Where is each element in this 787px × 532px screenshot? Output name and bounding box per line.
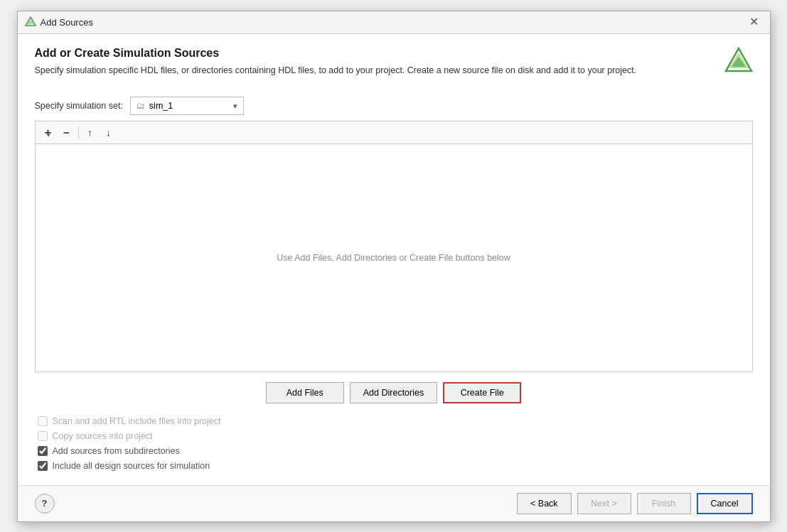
sim-set-value: sim_1 xyxy=(149,101,229,111)
add-subdirs-label: Add sources from subdirectories xyxy=(53,446,180,456)
option-row-2: Copy sources into project xyxy=(38,431,753,441)
sim-set-dropdown[interactable]: 🗂 sim_1 ▾ xyxy=(130,97,244,115)
file-list-area: Use Add Files, Add Directories or Create… xyxy=(35,143,753,371)
vivado-logo xyxy=(724,47,753,75)
back-button[interactable]: < Back xyxy=(517,493,572,514)
dropdown-arrow-icon: ▾ xyxy=(233,102,237,111)
dialog-description: Specify simulation specific HDL files, o… xyxy=(35,64,713,77)
folder-icon: 🗂 xyxy=(136,101,145,111)
add-files-button[interactable]: Add Files xyxy=(266,382,344,403)
cancel-button[interactable]: Cancel xyxy=(697,493,753,514)
dialog-title: Add Sources xyxy=(41,17,93,28)
options-section: Scan and add RTL include files into proj… xyxy=(38,416,753,471)
option-row-3: Add sources from subdirectories xyxy=(38,446,753,456)
file-toolbar: + ▾ − ↑ ↓ xyxy=(35,121,753,143)
remove-button[interactable]: − xyxy=(58,124,75,141)
scan-rtl-label: Scan and add RTL include files into proj… xyxy=(53,416,221,426)
footer-left: ? xyxy=(35,494,55,514)
move-down-button[interactable]: ↓ xyxy=(100,124,117,141)
toolbar-separator xyxy=(78,126,79,139)
include-design-sources-checkbox[interactable] xyxy=(38,461,48,471)
copy-sources-label: Copy sources into project xyxy=(53,431,153,441)
copy-sources-checkbox[interactable] xyxy=(38,431,48,441)
action-buttons-row: Add Files Add Directories Create File xyxy=(35,382,753,403)
help-button[interactable]: ? xyxy=(35,494,55,514)
sim-set-label: Specify simulation set: xyxy=(35,101,123,111)
close-button[interactable]: ✕ xyxy=(745,15,763,29)
option-row-1: Scan and add RTL include files into proj… xyxy=(38,416,753,426)
include-design-sources-label: Include all design sources for simulatio… xyxy=(53,461,210,471)
footer-right: < Back Next > Finish Cancel xyxy=(517,493,752,514)
vivado-title-icon xyxy=(25,16,36,28)
dialog-main-title: Add or Create Simulation Sources xyxy=(35,47,713,60)
dialog-header: Add or Create Simulation Sources Specify… xyxy=(35,47,753,77)
footer-bar: ? < Back Next > Finish Cancel xyxy=(18,485,770,521)
finish-button[interactable]: Finish xyxy=(637,493,691,514)
add-sources-dialog: Add Sources ✕ Add or Create Simulation S… xyxy=(17,11,771,522)
scan-rtl-checkbox[interactable] xyxy=(38,416,48,426)
title-bar: Add Sources ✕ xyxy=(18,11,770,34)
add-directories-button[interactable]: Add Directories xyxy=(350,382,437,403)
move-up-button[interactable]: ↑ xyxy=(82,124,99,141)
add-subdirs-checkbox[interactable] xyxy=(38,446,48,456)
next-button[interactable]: Next > xyxy=(577,493,631,514)
option-row-4: Include all design sources for simulatio… xyxy=(38,461,753,471)
create-file-button[interactable]: Create File xyxy=(443,382,521,403)
file-list-placeholder: Use Add Files, Add Directories or Create… xyxy=(277,253,510,263)
dialog-body: Add or Create Simulation Sources Specify… xyxy=(18,34,770,485)
add-button[interactable]: + ▾ xyxy=(40,124,57,141)
sim-set-row: Specify simulation set: 🗂 sim_1 ▾ xyxy=(35,97,753,115)
